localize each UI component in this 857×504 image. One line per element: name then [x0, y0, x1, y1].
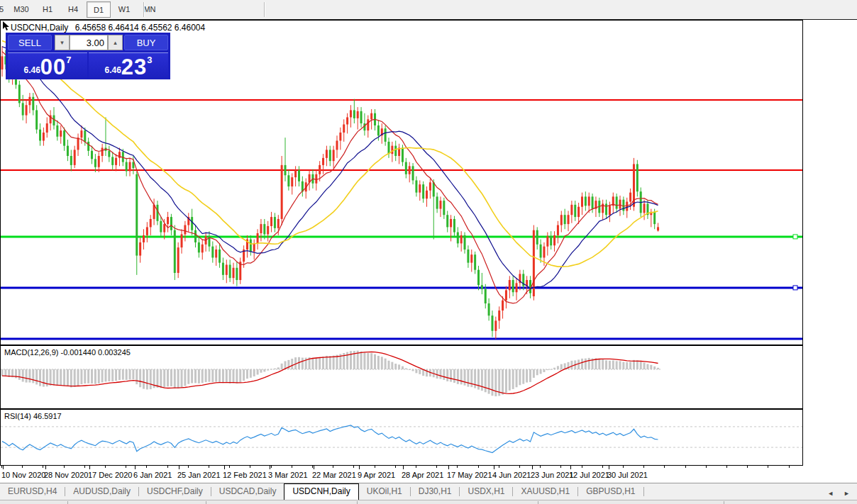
volume-increase-button[interactable]: ▴	[108, 35, 123, 50]
candle	[540, 245, 542, 258]
candle	[32, 97, 34, 111]
chart-symbol-label: USDCNH,Daily	[11, 23, 68, 33]
macd-bar	[91, 369, 93, 383]
macd-bar	[77, 369, 79, 386]
price-axis[interactable]: 6.644306.621556.598806.575406.552656.529…	[803, 20, 857, 345]
tab-usdx-h1[interactable]: USDX,H1	[460, 484, 512, 500]
candle	[74, 150, 76, 165]
date-label: 3 Mar 2021	[268, 471, 308, 479]
macd-panel[interactable]: MACD(12,26,9) -0.001440 0.003245	[0, 345, 803, 409]
tab-scroll-right-icon[interactable]: ►	[844, 490, 850, 497]
macd-bar	[67, 369, 69, 386]
timeframe-mn-button[interactable]: MN	[138, 1, 162, 18]
macd-bar	[398, 364, 400, 369]
tab-eurusd-h4[interactable]: EURUSD,H4	[0, 484, 65, 500]
date-label: 6 Jan 2021	[133, 471, 172, 479]
macd-bar	[35, 369, 38, 384]
macd-axis[interactable]: 0.0256090.00-0.040386	[803, 345, 857, 409]
macd-bar	[387, 361, 389, 369]
macd-bar	[464, 369, 466, 386]
sell-price-display[interactable]: 6.46 00 7	[8, 52, 87, 79]
macd-bar	[60, 369, 62, 385]
tab-scroll-left-icon[interactable]: ◄	[827, 490, 834, 497]
macd-bar	[329, 356, 331, 369]
tab-dj30-h1[interactable]: DJ30,H1	[411, 484, 460, 500]
macd-bar	[267, 369, 269, 371]
macd-bar	[187, 369, 189, 384]
macd-bar	[412, 369, 414, 371]
trade-panel-quotes: 6.46 00 7 6.46 23 3	[7, 52, 169, 79]
candle	[129, 162, 131, 172]
time-axis[interactable]: 10 Nov 202028 Nov 202017 Dec 20206 Jan 2…	[0, 466, 857, 483]
candle	[174, 230, 176, 273]
macd-bar	[612, 360, 614, 369]
timeframe-w1-button[interactable]: W1	[112, 1, 136, 18]
rsi-panel[interactable]: RSI(14) 46.5917	[0, 409, 803, 466]
rsi-axis[interactable]: 10070300	[803, 409, 857, 466]
hline-handle[interactable]	[793, 286, 797, 290]
timeframe-d1-button[interactable]: D1	[87, 1, 111, 18]
candle	[39, 130, 41, 141]
tab-ukoil-h1[interactable]: UKOil,H1	[359, 484, 410, 500]
time-tick-mark-major	[532, 466, 533, 469]
timeframe-m30-button[interactable]: M30	[9, 1, 34, 18]
status-strip	[0, 500, 857, 504]
macd-bar	[653, 366, 656, 369]
rsi-canvas[interactable]	[1, 410, 802, 465]
macd-bar	[570, 361, 573, 369]
candle	[315, 174, 317, 184]
date-label: 4 Jun 2021	[492, 471, 531, 479]
tab-usdcnh-daily[interactable]: USDCNH,Daily	[284, 483, 358, 500]
volume-decrease-button[interactable]: ▾	[55, 35, 70, 50]
macd-bar	[22, 369, 24, 382]
macd-bar	[201, 369, 204, 383]
volume-input[interactable]	[70, 35, 108, 50]
candle	[346, 117, 348, 124]
candle	[409, 166, 411, 174]
timeframe-5-button[interactable]: 5	[0, 1, 7, 18]
macd-bar	[477, 369, 480, 390]
buy-price-display[interactable]: 6.46 23 3	[89, 52, 168, 79]
candle	[505, 290, 507, 300]
tab-usdchf-daily[interactable]: USDCHF,Daily	[139, 484, 211, 500]
macd-label: MACD(12,26,9) -0.001440 0.003245	[4, 348, 131, 357]
candle	[516, 283, 518, 292]
sell-button[interactable]: SELL	[8, 35, 52, 50]
timeframe-h1-button[interactable]: H1	[35, 1, 60, 18]
candle	[333, 150, 335, 161]
tab-usdcad-daily[interactable]: USDCAD,Daily	[211, 484, 284, 500]
chart-title: USDCNH,Daily 6.45658 6.46414 6.45562 6.4…	[11, 23, 205, 33]
tab-gbpusd-h1[interactable]: GBPUSD,H1	[578, 484, 643, 500]
macd-bar	[322, 357, 324, 369]
tab-xauusd-h1[interactable]: XAUUSD,H1	[513, 484, 577, 500]
candle	[592, 196, 594, 208]
rsi-line	[2, 425, 658, 453]
candle	[629, 193, 631, 202]
macd-bar	[250, 369, 252, 378]
hline-handle[interactable]	[793, 235, 797, 239]
candle	[115, 158, 117, 165]
macd-bar	[415, 369, 417, 373]
ma-20-line	[2, 47, 658, 289]
toolbar-separator	[264, 2, 265, 17]
candle	[253, 243, 255, 251]
candle	[367, 119, 369, 130]
macd-bar	[63, 369, 65, 386]
candle	[326, 150, 328, 157]
time-tick-mark-major	[609, 466, 609, 469]
time-tick-mark	[623, 466, 624, 468]
candle	[263, 224, 265, 234]
time-tick-mark	[312, 466, 313, 468]
buy-button[interactable]: BUY	[124, 35, 168, 50]
candle	[181, 234, 183, 247]
tab-audusd-daily[interactable]: AUDUSD,Daily	[65, 484, 138, 500]
timeframe-h4-button[interactable]: H4	[61, 1, 85, 18]
candle	[150, 219, 152, 227]
time-tick-mark	[375, 466, 375, 468]
time-tick-mark-major	[494, 466, 494, 469]
candle	[294, 170, 297, 177]
candle	[464, 235, 466, 250]
candle	[564, 215, 566, 224]
macd-bar	[650, 365, 652, 369]
macd-bar	[253, 369, 255, 376]
